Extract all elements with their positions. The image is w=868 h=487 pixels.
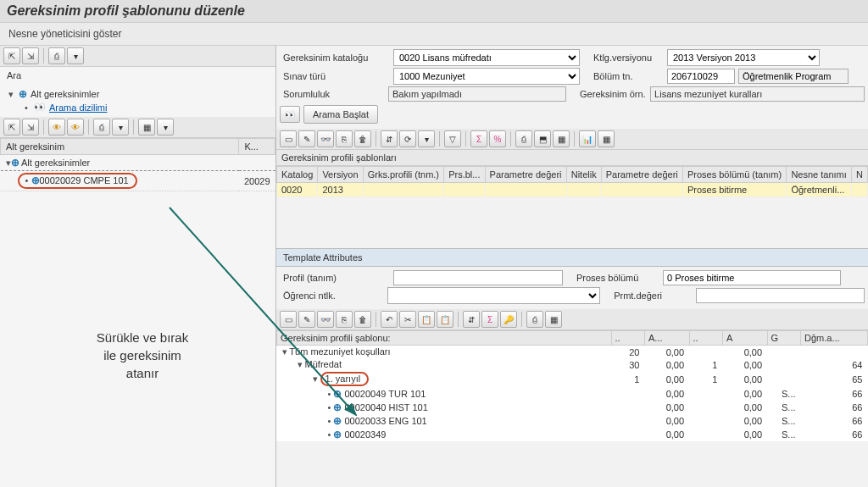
katalog-select[interactable]: 0020 Lisans müfredatı <box>393 49 580 66</box>
layout-icon[interactable]: ▦ <box>545 311 562 328</box>
expand-icon[interactable]: ⇲ <box>22 47 39 64</box>
col-param1[interactable]: Parametre değeri <box>485 167 566 183</box>
attr-section-header: Template Attributes <box>276 248 868 267</box>
col-prsbl[interactable]: Prs.bl... <box>444 167 485 183</box>
copy-icon[interactable]: ⎘ <box>336 311 353 328</box>
tree-root[interactable]: ▾ ⊕ Alt gereksinimler <box>7 87 269 101</box>
profile-tree-row[interactable]: ▾ Müfredat300,0010,0064 <box>277 358 868 371</box>
col-profili[interactable]: Grks.profili (tnm.) <box>363 167 444 183</box>
undo-icon[interactable]: ↶ <box>381 311 398 328</box>
col-param2[interactable]: Parametre değeri <box>601 167 682 183</box>
col-alt-gereksinim[interactable]: Alt gereksinim <box>1 139 239 155</box>
delete-icon[interactable]: 🗑 <box>354 130 371 147</box>
print-icon[interactable]: ⎙ <box>526 311 543 328</box>
ogrenci-select[interactable] <box>387 287 600 304</box>
search-icon[interactable]: 👁 <box>48 119 65 136</box>
display-icon[interactable]: 👓 <box>317 311 334 328</box>
print-icon[interactable]: ⎙ <box>48 47 65 64</box>
check-icon[interactable]: ⇵ <box>381 130 398 147</box>
tree-child[interactable]: • 👀 Arama dizilimi <box>7 101 269 113</box>
sum-icon[interactable]: Σ <box>481 311 498 328</box>
col-k[interactable]: K... <box>239 139 275 155</box>
col-nesne[interactable]: Nesne tanımı <box>787 167 852 183</box>
profile-tree-row[interactable]: ▾ Tüm mezuniyet koşulları200,000,00 <box>277 346 868 359</box>
more-icon[interactable]: ▾ <box>418 130 435 147</box>
subtotal-icon[interactable]: % <box>489 130 506 147</box>
subtitle-link[interactable]: Nesne yöneticisini göster <box>0 23 868 46</box>
dropdown-icon[interactable]: ▾ <box>157 119 174 136</box>
delete-icon[interactable]: 🗑 <box>354 311 371 328</box>
cut-icon[interactable]: ✂ <box>399 311 416 328</box>
new-icon[interactable]: ▭ <box>280 311 297 328</box>
col-versiyon[interactable]: Versiyon <box>318 167 363 183</box>
print-icon[interactable]: ⎙ <box>93 119 110 136</box>
check-icon[interactable]: ⇵ <box>463 311 480 328</box>
struct-icon: ⊕ <box>333 388 342 400</box>
profil-input[interactable] <box>393 270 563 285</box>
dropdown-icon[interactable]: ▾ <box>112 119 129 136</box>
key-icon[interactable]: 🔑 <box>500 311 517 328</box>
prmt-label: Prmt.değeri <box>604 291 693 301</box>
grid-row[interactable]: 0020 2013 Proses bitirme Öğretmenli... <box>277 183 868 197</box>
grid-row-root[interactable]: ▾⊕ Alt gereksinimler <box>1 155 275 171</box>
grid-row-item[interactable]: •⊕ 00020029 CMPE 101 20029 <box>1 171 275 191</box>
page-title: Gereksinim profil şablonunu düzenle <box>0 0 868 23</box>
collapse-icon[interactable]: ⇱ <box>3 119 20 136</box>
left-toolbar-1: ⇱ ⇲ ⎙ ▾ <box>0 46 275 67</box>
export-icon[interactable]: ⬒ <box>534 130 551 147</box>
filter-icon[interactable]: ▽ <box>444 130 461 147</box>
paste-icon[interactable]: 📋 <box>437 311 453 328</box>
profile-tree-row[interactable]: • ⊕ 000203490,000,00S...66 <box>277 428 868 441</box>
chart-icon[interactable]: 📊 <box>579 130 596 147</box>
search-next-icon[interactable]: 👁 <box>67 119 84 136</box>
proses-label: Proses bölümü <box>566 273 659 283</box>
display-icon[interactable]: 👓 <box>317 130 334 147</box>
left-tree: ▾ ⊕ Alt gereksinimler • 👀 Arama dizilimi <box>0 84 275 117</box>
edit-icon[interactable]: ✎ <box>298 311 315 328</box>
layout-icon[interactable]: ▦ <box>598 130 615 147</box>
program-display <box>738 69 849 84</box>
struct-icon: ⊕ <box>333 401 342 413</box>
profile-toolbar: ▭ ✎ 👓 ⎘ 🗑 ↶ ✂ 📋 📋 ⇵ Σ 🔑 ⎙ ▦ <box>276 309 868 330</box>
profile-tree-row[interactable]: • ⊕ 00020040 HIST 1010,000,00S...66 <box>277 401 868 414</box>
collapse-icon[interactable]: ⇱ <box>3 47 20 64</box>
ogrenci-label: Öğrenci ntlk. <box>280 291 384 301</box>
profile-tree-row[interactable]: ▾ 1. yarıyıl10,0010,0065 <box>277 371 868 387</box>
layout-icon[interactable]: ▦ <box>138 119 155 136</box>
col-nitelik[interactable]: Nitelik <box>566 167 601 183</box>
bolum-input[interactable] <box>667 69 735 84</box>
excel-icon[interactable]: ▦ <box>553 130 570 147</box>
bullet-icon: • <box>22 102 31 113</box>
circled-item: 1. yarıyıl <box>320 372 370 386</box>
sorumluluk-value: Bakım yapılmadı <box>388 86 566 102</box>
sinav-select[interactable]: 1000 Mezuniyet <box>393 68 580 85</box>
paste-icon[interactable]: 📋 <box>418 311 435 328</box>
search-start-button[interactable]: Arama Başlat <box>303 105 378 124</box>
expand-icon[interactable]: ⇲ <box>22 119 39 136</box>
profile-tree-table: Gereksinim profili şablonu: .. A... .. A… <box>276 330 868 441</box>
struct-icon: ⊕ <box>19 88 27 100</box>
version-select[interactable]: 2013 Versiyon 2013 <box>667 49 820 66</box>
prmt-input[interactable] <box>696 288 865 303</box>
chevron-down-icon[interactable]: ▾ <box>7 89 15 100</box>
bolum-label: Bölüm tn. <box>583 71 664 81</box>
new-icon[interactable]: ▭ <box>280 130 297 147</box>
struct-icon: ⊕ <box>333 415 342 427</box>
col-proses[interactable]: Proses bölümü (tanım) <box>682 167 786 183</box>
col-n[interactable]: N <box>851 167 867 183</box>
proses-input[interactable] <box>663 270 841 285</box>
sum-icon[interactable]: Σ <box>470 130 487 147</box>
profile-tree-row[interactable]: • ⊕ 00020049 TUR 1010,000,00S...66 <box>277 387 868 401</box>
gereksinim-label: Gereksinim örn. <box>570 89 647 99</box>
col-katalog[interactable]: Katalog <box>277 167 318 183</box>
binoculars-icon[interactable]: 👀 <box>280 106 300 123</box>
copy-icon[interactable]: ⎘ <box>336 130 353 147</box>
print-icon[interactable]: ⎙ <box>515 130 532 147</box>
refresh-icon[interactable]: ⟳ <box>399 130 416 147</box>
edit-icon[interactable]: ✎ <box>298 130 315 147</box>
form-area: Gereksinim kataloğu 0020 Lisans müfredat… <box>276 46 868 129</box>
dropdown-icon[interactable]: ▾ <box>67 47 84 64</box>
sinav-label: Sınav türü <box>280 71 390 81</box>
app-window: Gereksinim profil şablonunu düzenle Nesn… <box>0 0 868 487</box>
profile-tree-row[interactable]: • ⊕ 00020033 ENG 1010,000,00S...66 <box>277 414 868 428</box>
